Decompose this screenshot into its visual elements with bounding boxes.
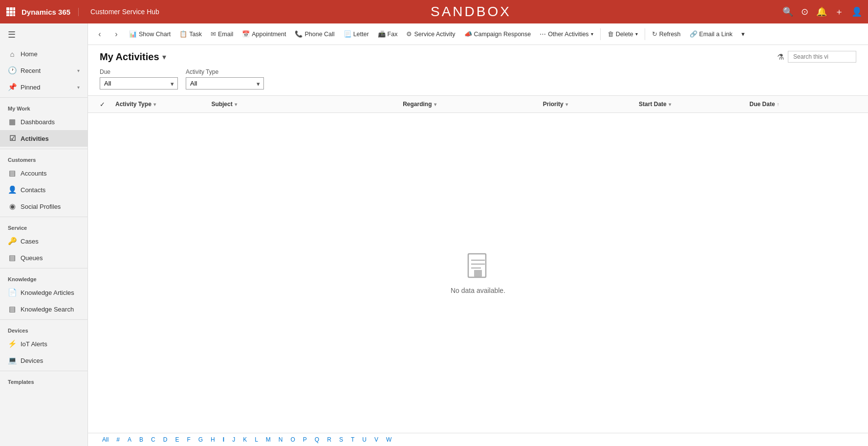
page-letter-a[interactable]: A — [125, 435, 134, 444]
task-icon: 📋 — [179, 30, 187, 38]
page-letter-#[interactable]: # — [114, 435, 122, 444]
page-letter-c[interactable]: C — [149, 435, 158, 444]
letter-icon: 📃 — [344, 30, 351, 38]
activity-type-select[interactable]: All — [186, 77, 264, 89]
page-letter-n[interactable]: N — [276, 435, 285, 444]
col-header-priority[interactable]: Priority ▾ — [539, 101, 635, 108]
search-icon[interactable]: 🔍 — [782, 6, 793, 17]
page-letter-all[interactable]: All — [100, 435, 111, 444]
user-icon[interactable]: 👤 — [851, 6, 862, 17]
more-options-button[interactable]: ▾ — [738, 27, 749, 41]
page-letter-k[interactable]: K — [240, 435, 249, 444]
sidebar-item-cases[interactable]: 🔑 Cases — [0, 233, 87, 249]
col-header-due-date[interactable]: Due Date ↑ — [746, 101, 856, 108]
page-letter-t[interactable]: T — [348, 435, 357, 444]
sort-due-date-icon: ↑ — [777, 102, 780, 107]
svg-rect-7 — [10, 14, 13, 16]
app-name: Dynamics 365 — [22, 8, 70, 16]
bell-icon[interactable]: 🔔 — [816, 6, 827, 17]
email-button[interactable]: ✉ Email — [207, 27, 237, 41]
knowledge-search-label: Knowledge Search — [21, 306, 74, 313]
empty-state: No data available. — [88, 113, 868, 433]
accounts-label: Accounts — [21, 170, 46, 177]
fax-icon: 📠 — [378, 30, 386, 38]
page-letter-o[interactable]: O — [288, 435, 298, 444]
page-letter-h[interactable]: H — [208, 435, 217, 444]
email-link-button[interactable]: 🔗 Email a Link — [686, 27, 737, 41]
sidebar-item-devices[interactable]: 💻 Devices — [0, 352, 87, 369]
col-header-activity-type[interactable]: Activity Type ▾ — [111, 101, 207, 108]
page-letter-l[interactable]: L — [252, 435, 260, 444]
content-area: ‹ › 📊 Show Chart 📋 Task ✉ Email 📅 Appoin… — [88, 23, 868, 446]
page-letter-j[interactable]: J — [230, 435, 238, 444]
letter-button[interactable]: 📃 Letter — [340, 27, 373, 41]
sidebar-item-queues[interactable]: ▤ Queues — [0, 249, 87, 266]
due-select[interactable]: All — [100, 77, 178, 89]
sidebar-item-recent[interactable]: 🕐 Recent ▾ — [0, 62, 87, 79]
page-letter-g[interactable]: G — [196, 435, 205, 444]
page-letter-d[interactable]: D — [161, 435, 170, 444]
page-letter-m[interactable]: M — [263, 435, 273, 444]
fax-button[interactable]: 📠 Fax — [374, 27, 402, 41]
sidebar-item-pinned[interactable]: 📌 Pinned ▾ — [0, 79, 87, 95]
page-letter-r[interactable]: R — [325, 435, 334, 444]
other-activities-chevron-icon: ▾ — [591, 31, 593, 37]
show-chart-button[interactable]: 📊 Show Chart — [125, 27, 174, 41]
page-letter-p[interactable]: P — [301, 435, 309, 444]
page-letter-i[interactable]: I — [220, 435, 227, 444]
sidebar-item-contacts[interactable]: 👤 Contacts — [0, 181, 87, 198]
hub-name: Customer Service Hub — [85, 8, 159, 16]
refresh-button[interactable]: ↻ Refresh — [648, 27, 685, 41]
delete-button[interactable]: 🗑 Delete ▾ — [604, 27, 642, 41]
search-input[interactable] — [788, 51, 856, 63]
sidebar-item-knowledge-search[interactable]: ▤ Knowledge Search — [0, 301, 87, 317]
page-title-chevron-icon[interactable]: ▾ — [162, 52, 166, 62]
task-button[interactable]: 📋 Task — [175, 27, 206, 41]
contacts-icon: 👤 — [8, 185, 17, 194]
sidebar-item-accounts[interactable]: ▤ Accounts — [0, 165, 87, 181]
page-letter-u[interactable]: U — [360, 435, 369, 444]
hamburger-icon[interactable]: ☰ — [0, 23, 87, 46]
divider-2 — [0, 149, 87, 149]
delete-chevron-icon: ▾ — [635, 31, 638, 37]
recent-chevron-icon: ▾ — [77, 68, 80, 73]
col-header-start-date[interactable]: Start Date ▾ — [635, 101, 745, 108]
knowledge-articles-label: Knowledge Articles — [21, 289, 74, 296]
nav-grid-icon[interactable] — [6, 7, 16, 17]
settings-circle-icon[interactable]: ⊙ — [801, 6, 808, 17]
page-letter-s[interactable]: S — [337, 435, 346, 444]
other-activities-button[interactable]: ⋯ Other Activities ▾ — [536, 27, 597, 41]
page-letter-w[interactable]: W — [384, 435, 394, 444]
select-all-check[interactable]: ✓ — [100, 101, 111, 108]
page-letter-f[interactable]: F — [184, 435, 193, 444]
page-letter-e[interactable]: E — [173, 435, 181, 444]
activities-icon: ☑ — [8, 134, 17, 143]
sidebar-item-home[interactable]: ⌂ Home — [0, 46, 87, 62]
back-button[interactable]: ‹ — [92, 26, 108, 42]
sidebar-item-iot-alerts[interactable]: ⚡ IoT Alerts — [0, 335, 87, 352]
svg-rect-6 — [6, 14, 9, 16]
sidebar-item-dashboards[interactable]: ▦ Dashboards — [0, 113, 87, 130]
plus-icon[interactable]: ＋ — [835, 6, 844, 18]
campaign-response-button[interactable]: 📣 Campaign Response — [460, 27, 535, 41]
other-activities-icon: ⋯ — [540, 30, 546, 38]
recent-label: Recent — [21, 67, 41, 74]
service-activity-button[interactable]: ⚙ Service Activity — [402, 27, 459, 41]
sidebar-item-activities[interactable]: ☑ Activities — [0, 130, 87, 147]
col-header-subject[interactable]: Subject ▾ — [207, 101, 399, 108]
service-label: Service — [0, 219, 87, 233]
page-letter-q[interactable]: Q — [312, 435, 322, 444]
pin-icon: 📌 — [8, 83, 17, 91]
sidebar-item-social-profiles[interactable]: ◉ Social Profiles — [0, 198, 87, 215]
page-letter-v[interactable]: V — [372, 435, 381, 444]
contacts-label: Contacts — [21, 186, 45, 194]
app-logo: Dynamics 365 — [22, 8, 79, 16]
forward-button[interactable]: › — [108, 26, 124, 42]
devices-section-label: Devices — [0, 322, 87, 335]
sidebar-item-knowledge-articles[interactable]: 📄 Knowledge Articles — [0, 284, 87, 301]
phone-call-button[interactable]: 📞 Phone Call — [291, 27, 338, 41]
page-letter-b[interactable]: B — [137, 435, 146, 444]
appointment-button[interactable]: 📅 Appointment — [238, 27, 290, 41]
col-header-regarding[interactable]: Regarding ▾ — [399, 101, 539, 108]
filter-icon[interactable]: ⚗ — [777, 52, 784, 62]
